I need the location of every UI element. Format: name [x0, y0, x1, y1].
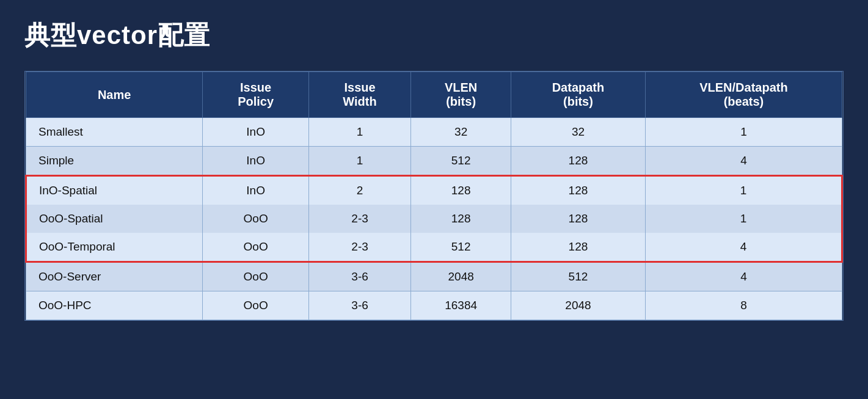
cell-datapath: 32 — [511, 118, 646, 147]
table-row: OoO-TemporalOoO2-35121284 — [26, 233, 842, 262]
cell-vlen_datapath: 1 — [645, 176, 842, 205]
cell-issue_width: 2-3 — [308, 233, 410, 262]
cell-name: InO-Spatial — [26, 176, 203, 205]
cell-datapath: 128 — [511, 233, 646, 262]
cell-vlen_datapath: 1 — [645, 205, 842, 233]
cell-vlen: 2048 — [411, 262, 511, 291]
cell-name: Smallest — [26, 118, 203, 147]
cell-vlen: 128 — [411, 176, 511, 205]
main-table-container: Name IssuePolicy IssueWidth VLEN(bits) D… — [24, 71, 844, 321]
cell-vlen_datapath: 1 — [645, 118, 842, 147]
cell-vlen: 128 — [411, 205, 511, 233]
cell-issue_policy: OoO — [203, 205, 309, 233]
cell-issue_width: 1 — [308, 118, 410, 147]
cell-name: OoO-Temporal — [26, 233, 203, 262]
cell-vlen_datapath: 4 — [645, 147, 842, 176]
col-header-issue-width: IssueWidth — [308, 72, 410, 118]
cell-issue_policy: InO — [203, 176, 309, 205]
cell-vlen: 16384 — [411, 291, 511, 320]
col-header-issue-policy: IssuePolicy — [203, 72, 309, 118]
table-row: InO-SpatialInO21281281 — [26, 176, 842, 205]
table-row: OoO-SpatialOoO2-31281281 — [26, 205, 842, 233]
cell-issue_width: 1 — [308, 147, 410, 176]
cell-datapath: 128 — [511, 205, 646, 233]
col-header-datapath: Datapath(bits) — [511, 72, 646, 118]
cell-issue_width: 3-6 — [308, 291, 410, 320]
cell-vlen: 512 — [411, 233, 511, 262]
cell-issue_policy: OoO — [203, 262, 309, 291]
col-header-vlen: VLEN(bits) — [411, 72, 511, 118]
table-row: SmallestInO132321 — [26, 118, 842, 147]
cell-vlen_datapath: 4 — [645, 233, 842, 262]
vector-config-table: Name IssuePolicy IssueWidth VLEN(bits) D… — [25, 71, 843, 320]
cell-issue_policy: OoO — [203, 233, 309, 262]
cell-vlen: 32 — [411, 118, 511, 147]
cell-issue_width: 2-3 — [308, 205, 410, 233]
cell-issue_policy: InO — [203, 118, 309, 147]
col-header-name: Name — [26, 72, 203, 118]
table-row: SimpleInO15121284 — [26, 147, 842, 176]
page-title: 典型vector配置 — [24, 18, 844, 53]
cell-name: Simple — [26, 147, 203, 176]
cell-datapath: 512 — [511, 262, 646, 291]
table-body: SmallestInO132321SimpleInO15121284InO-Sp… — [26, 118, 842, 320]
cell-datapath: 128 — [511, 176, 646, 205]
cell-issue_policy: InO — [203, 147, 309, 176]
cell-name: OoO-Spatial — [26, 205, 203, 233]
cell-vlen: 512 — [411, 147, 511, 176]
cell-name: OoO-HPC — [26, 291, 203, 320]
cell-name: OoO-Server — [26, 262, 203, 291]
cell-issue_width: 3-6 — [308, 262, 410, 291]
cell-datapath: 2048 — [511, 291, 646, 320]
cell-issue_policy: OoO — [203, 291, 309, 320]
table-row: OoO-ServerOoO3-620485124 — [26, 262, 842, 291]
cell-vlen_datapath: 4 — [645, 262, 842, 291]
cell-issue_width: 2 — [308, 176, 410, 205]
col-header-vlen-datapath: VLEN/Datapath(beats) — [645, 72, 842, 118]
cell-datapath: 128 — [511, 147, 646, 176]
table-row: OoO-HPCOoO3-61638420488 — [26, 291, 842, 320]
table-header-row: Name IssuePolicy IssueWidth VLEN(bits) D… — [26, 72, 842, 118]
cell-vlen_datapath: 8 — [645, 291, 842, 320]
